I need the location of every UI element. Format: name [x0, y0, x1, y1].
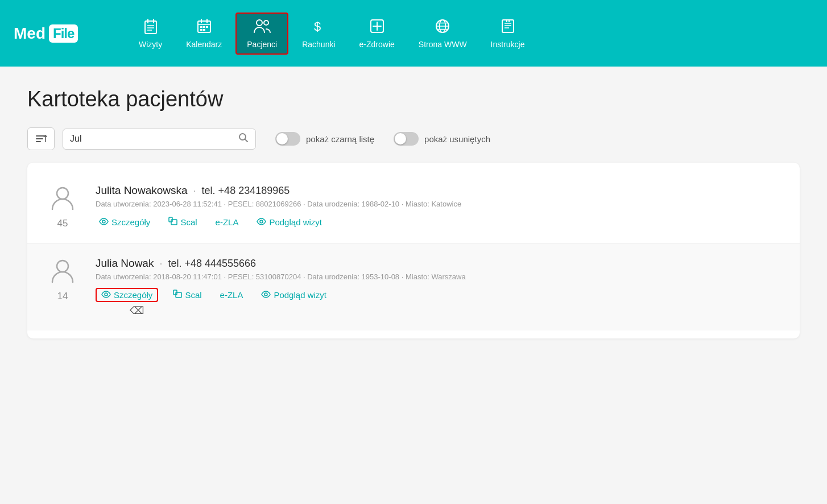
svg-point-43: [57, 261, 68, 272]
nav-label-instrukcje: Instrukcje: [491, 40, 525, 49]
ezdrowie-icon: [369, 18, 385, 36]
szczegoly-button-1[interactable]: Szczegóły: [96, 216, 154, 229]
ezla-button-1[interactable]: e-ZLA: [212, 216, 242, 229]
table-row: 45 Julita Nowakowska · tel. +48 23418996…: [27, 171, 800, 243]
svg-rect-0: [145, 21, 156, 34]
svg-rect-10: [200, 26, 202, 28]
patients-container: 45 Julita Nowakowska · tel. +48 23418996…: [27, 163, 800, 338]
svg-rect-26: [502, 20, 514, 32]
table-row: 14 Julia Nowak · tel. +48 444555666 Data…: [27, 243, 800, 331]
nav-item-strona-www[interactable]: Strona WWW: [408, 14, 477, 53]
podglad-button-1[interactable]: Podgląd wizyt: [253, 216, 325, 229]
podglad-button-2[interactable]: Podgląd wizyt: [258, 288, 330, 301]
nav-label-wizyty: Wizyty: [139, 40, 162, 49]
svg-point-16: [264, 20, 268, 25]
patient-number-1: 45: [57, 218, 68, 229]
patient-info-2: Julia Nowak · tel. +48 444555666 Data ut…: [96, 257, 781, 317]
logo-file-text: File: [49, 24, 78, 43]
pacjenci-icon: [253, 18, 271, 36]
scal-button-2[interactable]: Scal: [169, 288, 205, 302]
nav-item-ezdrowie[interactable]: e-Zdrowie: [349, 14, 405, 53]
scal-icon-2: [173, 290, 182, 300]
toggle-group-1: pokaż czarną listę: [275, 132, 374, 146]
patient-avatar-1: 45: [46, 184, 80, 229]
svg-point-39: [102, 220, 105, 223]
svg-point-44: [105, 293, 107, 296]
toolbar: pokaż czarną listę pokaż usuniętych: [27, 127, 800, 150]
eye-icon: [99, 217, 109, 227]
svg-line-37: [245, 139, 248, 142]
search-box: [63, 129, 256, 150]
scal-icon: [168, 217, 177, 228]
nav-label-ezdrowie: e-Zdrowie: [359, 40, 395, 49]
toggle-blacklist-label: pokaż czarną listę: [306, 134, 374, 144]
nav-label-rachunki: Rachunki: [302, 40, 335, 49]
instrukcje-icon: [500, 18, 516, 36]
toggle-group-2: pokaż usuniętych: [394, 132, 490, 146]
svg-rect-13: [200, 29, 202, 31]
svg-point-42: [260, 220, 263, 223]
patient-avatar-2: 14: [46, 257, 80, 302]
nav-item-kalendarz[interactable]: Kalendarz: [176, 14, 232, 53]
strona-www-icon: [435, 18, 450, 36]
patient-number-2: 14: [57, 291, 68, 302]
page-title: Kartoteka pacjentów: [27, 87, 800, 111]
logo: Med File: [14, 24, 110, 43]
sort-button[interactable]: [27, 127, 55, 150]
nav-item-pacjenci[interactable]: Pacjenci: [235, 13, 288, 55]
ezla-button-2[interactable]: e-ZLA: [217, 288, 247, 301]
toggle-blacklist[interactable]: [275, 132, 300, 146]
eye-icon-4: [261, 290, 271, 300]
szczegoly-button-2[interactable]: Szczegóły: [96, 288, 158, 302]
toggle-deleted-label: pokaż usuniętych: [424, 134, 490, 144]
eye-icon-3: [101, 290, 111, 300]
svg-rect-12: [206, 26, 208, 28]
search-input[interactable]: [70, 134, 234, 144]
patient-info-1: Julita Nowakowska · tel. +48 234189965 D…: [96, 184, 781, 229]
patient-meta-1: Data utworzenia: 2023-06-28 11:52:41 · P…: [96, 200, 781, 208]
nav-item-wizyty[interactable]: Wizyty: [129, 14, 172, 53]
navbar: Med File Wizyty: [0, 0, 827, 67]
eye-icon-2: [257, 217, 266, 227]
patient-phone-2: tel. +48 444555666: [168, 258, 256, 270]
logo-med-text: Med: [14, 24, 46, 43]
patient-actions-2: Szczegóły Scal e-ZLA: [96, 288, 781, 302]
kalendarz-icon: [196, 18, 212, 36]
cursor-indicator: ⌫: [130, 304, 781, 317]
main-content: Kartoteka pacjentów pokaż czarną: [0, 67, 827, 504]
svg-text:$: $: [314, 19, 321, 34]
nav-label-pacjenci: Pacjenci: [247, 40, 277, 49]
nav-label-kalendarz: Kalendarz: [186, 40, 222, 49]
patient-meta-2: Data utworzenia: 2018-08-20 11:47:01 · P…: [96, 272, 781, 281]
avatar-icon-1: [49, 184, 76, 216]
scal-button-1[interactable]: Scal: [165, 215, 200, 229]
patient-name-2: Julia Nowak: [96, 257, 154, 270]
svg-point-47: [264, 293, 267, 296]
patient-name-line-2: Julia Nowak · tel. +48 444555666: [96, 257, 781, 270]
nav-items: Wizyty Kalendarz: [129, 13, 535, 55]
nav-item-rachunki[interactable]: $ Rachunki: [292, 14, 345, 53]
svg-rect-14: [203, 29, 205, 31]
svg-point-15: [257, 20, 262, 26]
nav-label-strona-www: Strona WWW: [419, 40, 467, 49]
rachunki-icon: $: [311, 18, 326, 36]
svg-point-38: [57, 188, 68, 199]
toggle-deleted[interactable]: [394, 132, 419, 146]
wizyty-icon: [143, 18, 159, 36]
nav-item-instrukcje[interactable]: Instrukcje: [481, 14, 535, 53]
patient-phone-1: tel. +48 234189965: [202, 185, 290, 197]
avatar-icon-2: [49, 257, 76, 288]
search-icon: [238, 133, 249, 146]
svg-rect-11: [203, 26, 205, 28]
patient-actions-1: Szczegóły Scal e-ZLA: [96, 215, 781, 229]
patient-name-1: Julita Nowakowska: [96, 184, 188, 197]
patient-name-line-1: Julita Nowakowska · tel. +48 234189965: [96, 184, 781, 197]
